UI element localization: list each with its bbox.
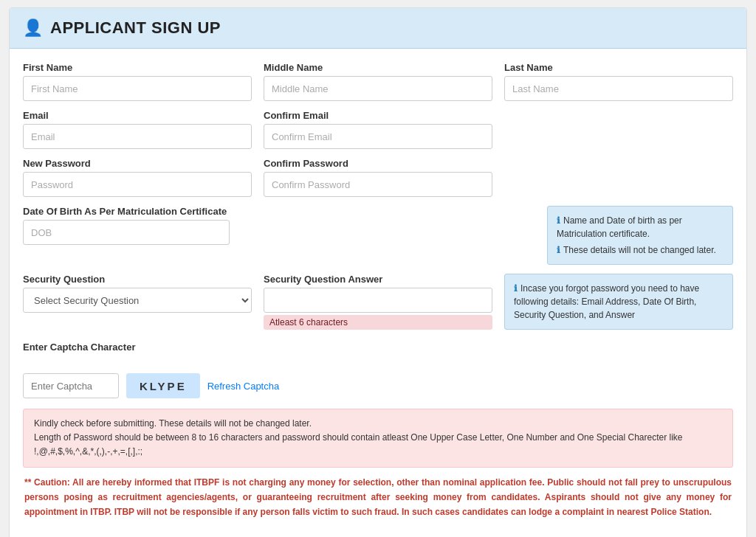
submit-row: Submit <box>23 530 733 537</box>
security-question-group: Security Question Select Security Questi… <box>23 274 252 313</box>
confirm-email-input[interactable] <box>264 124 492 149</box>
email-row: Email Confirm Email <box>23 110 733 149</box>
new-password-group: New Password <box>23 158 252 197</box>
password-row: New Password Confirm Password <box>23 158 733 197</box>
first-name-group: First Name <box>23 62 252 101</box>
email-input[interactable] <box>23 124 252 149</box>
first-name-label: First Name <box>23 62 252 73</box>
warning-box: Kindly check before submitting. These de… <box>23 409 733 468</box>
info-icon-3: ℹ <box>514 283 518 294</box>
warning-line1: Kindly check before submitting. These de… <box>34 417 722 431</box>
dob-label: Date Of Birth As Per Matriculation Certi… <box>23 206 357 217</box>
dob-group: Date Of Birth As Per Matriculation Certi… <box>23 206 357 245</box>
last-name-group: Last Name <box>504 62 733 101</box>
confirm-email-label: Confirm Email <box>264 110 492 121</box>
confirm-password-input[interactable] <box>264 172 492 197</box>
security-answer-input[interactable] <box>264 288 492 313</box>
middle-name-group: Middle Name <box>264 62 492 101</box>
confirm-password-group: Confirm Password <box>264 158 492 197</box>
answer-hint: Atleast 6 characters <box>264 315 492 330</box>
email-group: Email <box>23 110 252 149</box>
refresh-captcha-link[interactable]: Refresh Captcha <box>207 381 280 392</box>
info-icon-1: ℹ <box>557 215 560 226</box>
user-icon: 👤 <box>23 18 43 38</box>
page-title: APPLICANT SIGN UP <box>50 18 221 38</box>
last-name-input[interactable] <box>504 76 733 101</box>
caution-box: ** Caution: All are hereby informed that… <box>23 475 733 520</box>
security-row: Security Question Select Security Questi… <box>23 274 733 330</box>
middle-name-input[interactable] <box>264 76 492 101</box>
confirm-email-group: Confirm Email <box>264 110 492 149</box>
last-name-label: Last Name <box>504 62 733 73</box>
captcha-input[interactable] <box>23 373 119 398</box>
info-box-1: ℹName and Date of birth as per Matricula… <box>547 206 733 265</box>
first-name-input[interactable] <box>23 76 252 101</box>
page-header: 👤 APPLICANT SIGN UP <box>10 8 746 49</box>
middle-name-label: Middle Name <box>264 62 492 73</box>
security-question-label: Security Question <box>23 274 252 285</box>
captcha-label: Enter Captcha Character <box>23 342 135 353</box>
security-question-select[interactable]: Select Security Question <box>23 288 252 313</box>
new-password-label: New Password <box>23 158 252 169</box>
info-box-2: ℹIncase you forgot password you need to … <box>504 274 733 330</box>
dob-input[interactable] <box>23 220 230 245</box>
captcha-controls: KLYPE Refresh Captcha <box>23 373 279 398</box>
info-icon-2: ℹ <box>557 245 560 255</box>
captcha-row: Enter Captcha Character KLYPE Refresh Ca… <box>23 339 733 398</box>
email-label: Email <box>23 110 252 121</box>
captcha-display: KLYPE <box>126 373 200 398</box>
warning-line2: Length of Password should be between 8 t… <box>34 431 722 459</box>
security-answer-label: Security Question Answer <box>264 274 492 285</box>
security-answer-group: Security Question Answer Atleast 6 chara… <box>264 274 492 330</box>
new-password-input[interactable] <box>23 172 252 197</box>
confirm-password-label: Confirm Password <box>264 158 492 169</box>
name-row: First Name Middle Name Last Name <box>23 62 733 101</box>
dob-row: Date Of Birth As Per Matriculation Certi… <box>23 206 733 265</box>
